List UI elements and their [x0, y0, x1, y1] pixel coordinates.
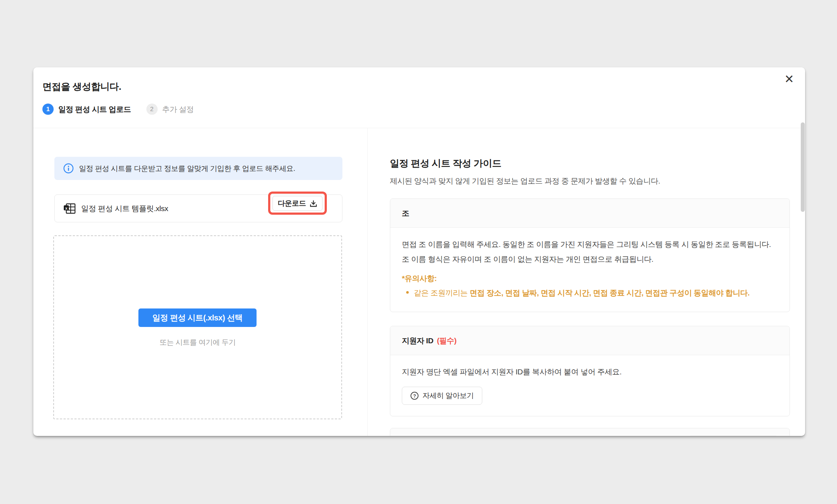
question-circle-icon: ?: [410, 391, 419, 400]
pane-divider: [367, 128, 368, 436]
drop-hint-text: 또는 시트를 여기에 두기: [53, 337, 342, 347]
card-group-title: 조: [390, 199, 790, 228]
notice-bold: 면접 장소, 면접 날짜, 면접 시작 시간, 면접 종료 시간, 면접관 구성…: [470, 289, 750, 297]
select-sheet-button[interactable]: 일정 편성 시트(.xlsx) 선택: [138, 308, 257, 327]
card-group-body: 면접 조 이름을 입력해 주세요. 동일한 조 이름을 가진 지원자들은 그리팅…: [390, 228, 790, 267]
card-applicant-body: 지원자 명단 엑셀 파일에서 지원자 ID를 복사하여 붙여 넣어 주세요.: [390, 355, 790, 379]
svg-text:x: x: [65, 206, 68, 210]
step-upload-sheet[interactable]: 1 일정 편성 시트 업로드: [42, 104, 131, 115]
modal-scrollbar[interactable]: [801, 122, 805, 212]
info-banner: 일정 편성 시트를 다운받고 정보를 알맞게 기입한 후 업로드 해주세요.: [54, 157, 342, 180]
step-additional-settings[interactable]: 2 추가 설정: [146, 104, 194, 115]
step-1-number: 1: [42, 104, 54, 115]
notice-text: 같은 조원끼리는 면접 장소, 면접 날짜, 면접 시작 시간, 면접 종료 시…: [414, 288, 750, 298]
step-2-number: 2: [146, 104, 158, 115]
close-icon[interactable]: ×: [780, 70, 798, 88]
learn-more-button[interactable]: ? 자세히 알아보기: [402, 387, 482, 405]
info-banner-text: 일정 편성 시트를 다운받고 정보를 알맞게 기입한 후 업로드 해주세요.: [79, 164, 295, 173]
notice-prefix: 같은 조원끼리는: [414, 289, 470, 297]
stepper: 1 일정 편성 시트 업로드 2 추가 설정: [42, 104, 194, 115]
card-applicant-header: 지원자 ID (필수): [390, 326, 790, 355]
step-2-label: 추가 설정: [162, 104, 194, 114]
notice-bullet-row: 같은 조원끼리는 면접 장소, 면접 날짜, 면접 시작 시간, 면접 종료 시…: [390, 284, 790, 298]
required-tag: (필수): [437, 336, 457, 346]
svg-text:?: ?: [413, 393, 416, 398]
modal-title: 면접을 생성합니다.: [42, 80, 121, 93]
learn-more-label: 자세히 알아보기: [422, 391, 474, 400]
notice-label: *유의사항:: [390, 267, 790, 284]
guide-subtitle: 제시된 양식과 맞지 않게 기입된 정보는 업로드 과정 중 문제가 발생할 수…: [390, 176, 660, 186]
header-divider: [33, 128, 805, 128]
sheet-dropzone[interactable]: [53, 235, 342, 419]
step-1-label: 일정 편성 시트 업로드: [58, 104, 131, 114]
template-file-name: 일정 편성 시트 템플릿.xlsx: [81, 203, 168, 214]
guide-title: 일정 편성 시트 작성 가이드: [390, 157, 501, 170]
guide-card-group: 조 면접 조 이름을 입력해 주세요. 동일한 조 이름을 가진 지원자들은 그…: [390, 198, 790, 312]
download-icon: [309, 200, 317, 207]
visible-to-applicant-badge: 지원자에게 보이는 항목: [688, 436, 778, 436]
card-location-header: 면접 장소 지원자에게 보이는 항목: [390, 428, 790, 436]
download-button[interactable]: 다운로드: [272, 196, 322, 211]
guide-card-location: 면접 장소 지원자에게 보이는 항목: [390, 428, 790, 436]
info-icon: [63, 163, 74, 174]
create-interview-modal: 면접을 생성합니다. × 1 일정 편성 시트 업로드 2 추가 설정 일정 편…: [33, 67, 805, 436]
excel-spreadsheet-icon: x: [63, 203, 76, 214]
card-applicant-title: 지원자 ID: [402, 336, 433, 346]
guide-card-applicant-id: 지원자 ID (필수) 지원자 명단 엑셀 파일에서 지원자 ID를 복사하여 …: [390, 326, 790, 416]
download-button-label: 다운로드: [278, 198, 306, 208]
bullet-dot-icon: [406, 291, 409, 294]
